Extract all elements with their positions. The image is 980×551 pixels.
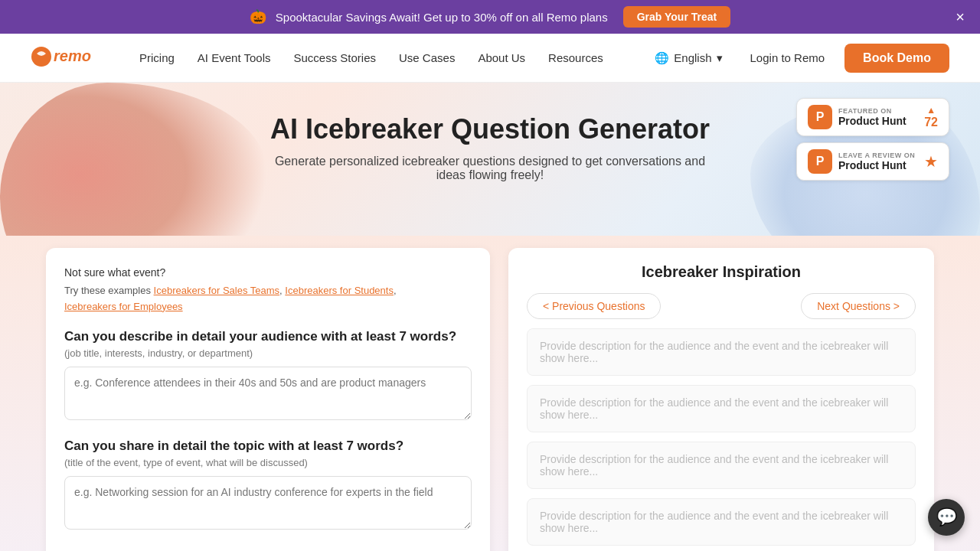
ph-score-num: 72: [924, 116, 938, 129]
ph-icon-featured: P: [808, 105, 832, 129]
form-hint-2: (title of the event, type of event, what…: [64, 457, 472, 468]
grab-treat-button[interactable]: Grab Your Treat: [623, 6, 731, 28]
ph-name-review: Product Hunt: [838, 159, 918, 171]
form-question-1: Can you describe in detail your audience…: [64, 329, 472, 344]
audience-textarea[interactable]: [64, 367, 472, 420]
product-hunt-badges: P FEATURED ON Product Hunt ▲ 72 P LEAVE …: [796, 98, 949, 181]
inspiration-title: Icebreaker Inspiration: [527, 263, 916, 281]
hint-examples: Try these examples Icebreakers for Sales…: [64, 283, 472, 315]
banner-text: Spooktacular Savings Await! Get up to 30…: [276, 11, 608, 24]
ph-star-icon: ★: [924, 152, 938, 171]
language-label: English: [674, 51, 711, 64]
nav-item-success-stories[interactable]: Success Stories: [284, 45, 385, 70]
inspiration-panel: Icebreaker Inspiration < Previous Questi…: [508, 248, 934, 551]
ph-icon-review: P: [808, 149, 832, 174]
login-button[interactable]: Login to Remo: [743, 47, 833, 69]
nav-item-ai-event-tools[interactable]: AI Event Tools: [188, 45, 280, 70]
nav-item-resources[interactable]: Resources: [539, 45, 612, 70]
chat-bubble[interactable]: 💬: [928, 499, 965, 536]
promo-banner: 🎃 Spooktacular Savings Await! Get up to …: [0, 0, 980, 34]
link-employees[interactable]: Icebreakers for Employees: [64, 301, 183, 312]
ph-star-review: ★: [924, 152, 938, 171]
chevron-down-icon: ▾: [717, 51, 723, 65]
next-questions-button[interactable]: Next Questions >: [801, 293, 916, 319]
hint-title: Not sure what event?: [64, 266, 472, 279]
inspiration-card-1: Provide description for the audience and…: [527, 328, 916, 376]
remo-logo-svg: remo: [31, 43, 100, 70]
main-nav: remo Pricing AI Event Tools Success Stor…: [0, 34, 980, 83]
inspiration-card-4: Provide description for the audience and…: [527, 498, 916, 546]
ph-featured-badge[interactable]: P FEATURED ON Product Hunt ▲ 72: [796, 98, 949, 136]
nav-right: 🌐 English ▾ Login to Remo Book Demo: [647, 44, 949, 73]
hero-subtitle: Generate personalized icebreaker questio…: [260, 155, 720, 182]
banner-emoji: 🎃: [250, 8, 266, 25]
form-question-2: Can you share in detail the topic with a…: [64, 439, 472, 454]
language-selector[interactable]: 🌐 English ▾: [647, 47, 730, 70]
ph-info-review: LEAVE A REVIEW ON Product Hunt: [838, 152, 918, 171]
topic-textarea[interactable]: [64, 476, 472, 530]
form-panel: Not sure what event? Try these examples …: [46, 248, 490, 551]
banner-close-button[interactable]: ×: [956, 9, 965, 24]
form-hint-1: (job title, interests, industry, or depa…: [64, 347, 472, 359]
nav-item-about-us[interactable]: About Us: [469, 45, 534, 70]
ph-review-badge[interactable]: P LEAVE A REVIEW ON Product Hunt ★: [796, 142, 949, 181]
inspiration-card-3: Provide description for the audience and…: [527, 442, 916, 489]
link-students[interactable]: Icebreakers for Students: [285, 285, 394, 296]
inspiration-nav: < Previous Questions Next Questions >: [527, 293, 916, 319]
hero-section: AI Icebreaker Question Generator Generat…: [0, 83, 980, 236]
svg-text:remo: remo: [54, 47, 91, 64]
globe-icon: 🌐: [655, 51, 669, 65]
inspiration-card-2: Provide description for the audience and…: [527, 385, 916, 432]
ph-label-featured: FEATURED ON: [838, 107, 918, 115]
ph-name-featured: Product Hunt: [838, 115, 918, 127]
main-content: Not sure what event? Try these examples …: [0, 236, 980, 551]
chat-icon: 💬: [936, 507, 957, 527]
ph-label-review: LEAVE A REVIEW ON: [838, 152, 918, 159]
ph-arrow-up-icon: ▲: [926, 105, 936, 116]
logo[interactable]: remo: [31, 43, 100, 73]
nav-item-use-cases[interactable]: Use Cases: [390, 45, 464, 70]
prev-questions-button[interactable]: < Previous Questions: [527, 293, 661, 319]
nav-links: Pricing AI Event Tools Success Stories U…: [130, 45, 647, 70]
ph-score-featured: ▲ 72: [924, 105, 938, 129]
nav-item-pricing[interactable]: Pricing: [130, 45, 184, 70]
book-demo-button[interactable]: Book Demo: [844, 44, 949, 73]
link-sales-teams[interactable]: Icebreakers for Sales Teams: [154, 285, 280, 296]
svg-point-0: [31, 47, 51, 67]
ph-info-featured: FEATURED ON Product Hunt: [838, 107, 918, 127]
